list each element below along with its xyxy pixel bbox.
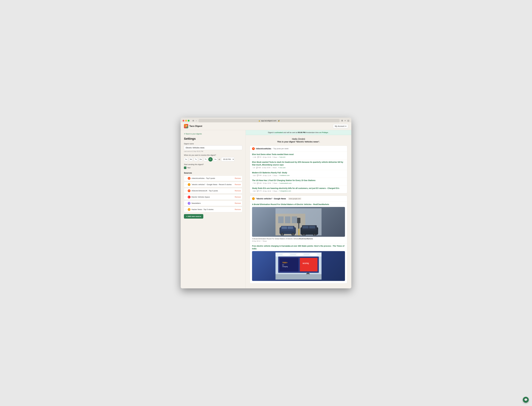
digest-name-input[interactable] [184,145,242,150]
drag-handle-6[interactable]: ⠿ [185,209,187,210]
new-tab-button[interactable]: + [344,119,346,122]
source-item-5: ⠿ ✉ Newsletters Remove [184,201,242,206]
news-title-4[interactable]: The US Now Has 1 Fast EV Charging Statio… [252,179,345,182]
close-button[interactable] [183,120,184,122]
domain-4[interactable]: ↗ extremetech.com [278,182,291,184]
news-meta-5: ↑ 560 💬 170 20 Apr 18:42 ⤴ Share ↗ charg… [252,190,345,192]
news-title-g1[interactable]: A Brutal Elimination Round For Global Ma… [252,203,345,206]
day-fr[interactable]: Fr [208,157,213,161]
rss-section-icon: ~ [252,197,255,200]
maximize-button[interactable] [188,120,190,122]
comment-stat-4: 💬 180 [257,182,262,184]
tab-list-button[interactable]: ⊞ [192,119,195,122]
news-caption-g1: A Brutal Elimination Round For Global Ma… [252,238,345,240]
domain-5[interactable]: ↗ chargedevs.com [278,190,291,192]
day-th[interactable]: Th [203,157,208,161]
banner-time: 05:00 PM [298,131,305,133]
remove-source-4[interactable]: Remove [235,196,241,198]
news-item-3: Modern EV Batteries Rarely Fail: Study ↑… [250,170,347,178]
share-button[interactable]: ⬆ [341,119,343,122]
banner-text-before: Digest is [268,131,275,133]
chevron-down-icon: ▾ [345,125,346,127]
news-item-g1: A Brutal Elimination Round For Global Ma… [250,202,347,243]
chat-icon: 💬 [524,398,527,401]
remove-source-2[interactable]: Remove [235,184,241,186]
news-title-g2[interactable]: Free electric vehicle charging in Karnat… [252,245,345,250]
day-tu[interactable]: Tu [194,157,198,161]
digest-greeting: Hello Dmitrii This is your digest "Elect… [250,138,347,143]
domain-2[interactable]: ↗ msn.com [278,167,285,169]
traffic-lights [183,120,190,122]
share-icon-2[interactable]: ⤴ Share [271,167,277,168]
source-name-6: Hacker News - Top 5 stories [192,208,234,210]
day-su[interactable]: Su [184,157,188,161]
account-dropdown[interactable]: My Account ▾ [333,124,348,128]
greeting-text: Hello Dmitrii [250,138,347,140]
remove-source-6[interactable]: Remove [235,209,241,210]
logo-text: Taco Digest [189,125,202,128]
upvote-stat-3: ↑ 920 [252,175,256,176]
remove-source-3[interactable]: Remove [235,190,241,192]
source-item-1: ⠿ R r/electricvehicles - Top 5 posts Rem… [184,176,242,181]
svg-point-26 [282,254,290,256]
banner-text-amsterdam: Amsterdam time [306,131,319,133]
news-image-g1 [252,207,345,237]
source-icon-reddit-1: R [188,177,191,180]
drag-handle-2[interactable]: ⠿ [185,184,187,186]
add-source-button[interactable]: + Add new source [184,214,203,218]
time-4: 19 Apr 19:54 [262,182,271,184]
news-title-2[interactable]: Elon Musk wanted Tesla to slash its head… [252,161,345,166]
upvote-stat-2: ↑ 1K [252,167,255,168]
checkbox-icon[interactable]: ✓ [184,167,186,169]
share-icon-5[interactable]: ⤴ Share [272,190,277,192]
chat-bubble-button[interactable]: 💬 [523,397,529,403]
back-link[interactable]: ↺ Back to your digests [184,133,242,135]
comment-stat-1: 💬 1K [257,156,262,158]
news-title-1[interactable]: Elon lost Dems when Tesla needed them mo… [252,153,345,156]
sidebar-button[interactable]: ⊡ [347,119,349,122]
drag-handle-3[interactable]: ⠿ [185,190,187,192]
sources-list: ⠿ R r/electricvehicles - Top 5 posts Rem… [184,176,242,212]
address-bar[interactable]: 🔒 app.tacodigest.com 🔏 [199,119,340,122]
svg-point-10 [281,233,283,235]
news-meta-3: ↑ 920 💬 340 25 Apr 11:04 ⤴ Share ↗ insid… [252,174,345,176]
drag-handle[interactable]: ⠿ [185,177,187,179]
banner-activated: activated [275,131,283,133]
share-icon-3[interactable]: ⤴ Share [272,175,277,176]
drag-handle-5[interactable]: ⠿ [185,202,187,204]
domain-1[interactable]: ↗ wsj.com [278,156,285,158]
svg-rect-22 [309,226,315,228]
news-item-g2: Free electric vehicle charging in Karnat… [250,243,347,283]
share-icon-1[interactable]: ⤴ Share [272,156,277,158]
news-title-5[interactable]: Study finds EVs are lowering electricity… [252,187,345,190]
svg-text:EV: EV [282,264,284,266]
day-mo[interactable]: Mo [189,157,193,161]
banner-text-mid: and will be sent at [283,131,298,133]
drag-handle-4[interactable]: ⠿ [185,196,187,198]
source-name-4: Electric Vehicles Space [192,196,234,198]
time-select[interactable]: 05:00 PM [221,157,234,161]
source-icon-hn-6: Y [188,208,191,211]
day-selector: Su Mo Tu We Th Fr Sa at 05:00 PM [184,157,242,161]
remove-source-1[interactable]: Remove [235,177,241,179]
day-sa[interactable]: Sa [213,157,218,161]
upvote-stat-5: ↑ 560 [252,190,256,192]
minimize-button[interactable] [185,120,187,122]
google-news-header: ~ "electric vehicles" - Google News news… [250,196,347,202]
banner-friday: on Fridays [319,131,328,133]
upvote-stat-4: ↑ 730 [252,182,256,184]
banner-period: . [329,131,329,133]
privacy-icon: 🔏 [278,120,280,122]
share-icon-4[interactable]: ⤴ Share [272,182,277,184]
news-item-4: The US Now Has 1 Fast EV Charging Statio… [250,178,347,186]
news-title-3[interactable]: Modern EV Batteries Rarely Fail: Study [252,171,345,174]
share-icon-g1[interactable]: ⤴ Share [262,240,267,242]
google-news-domain-tag: news.google.com [288,198,301,200]
svg-text:SCOTIQ: SCOTIQ [303,262,309,264]
remove-source-5[interactable]: Remove [235,202,241,204]
day-we[interactable]: We [199,157,203,161]
source-name-2: "electric vehicles" - Google News - Rece… [192,183,234,186]
news-item-2: Elon Musk wanted Tesla to slash its head… [250,160,347,170]
back-nav-button[interactable]: ‹ [195,119,197,122]
domain-3[interactable]: ↗ insideevs.com [278,174,290,176]
